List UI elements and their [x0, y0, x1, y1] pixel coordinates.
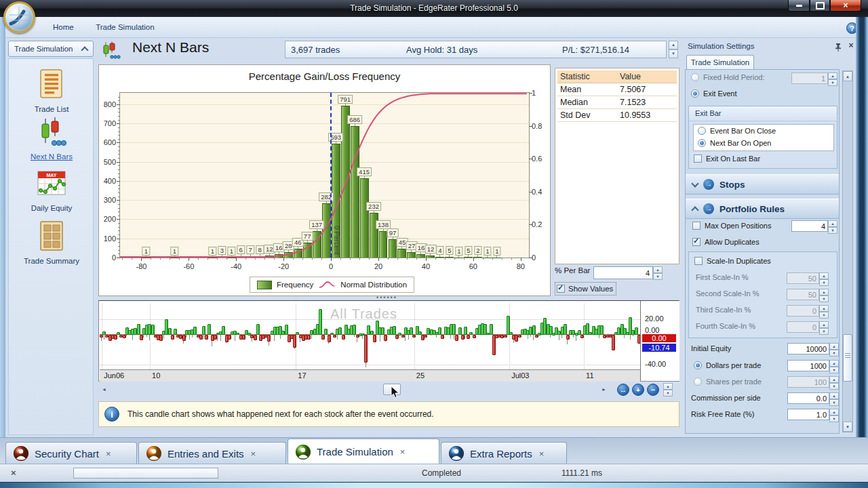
sidebar-item-trade-summary[interactable]: Trade Summary — [9, 220, 94, 265]
spin-up-icon[interactable]: ▲ — [828, 220, 837, 227]
first-scale-in-input[interactable]: 50 — [787, 272, 819, 284]
commission-input[interactable]: 0.0 — [787, 392, 829, 404]
shares-per-trade-option[interactable]: Shares per trade — [694, 378, 762, 386]
minimize-button[interactable] — [788, 0, 810, 12]
exit-event-radio[interactable] — [691, 89, 699, 98]
document-tab-entries-and-exits[interactable]: Entries and Exits× — [138, 442, 286, 464]
spin-down-icon[interactable]: ▼ — [819, 328, 829, 335]
fixed-hold-input[interactable]: 1 — [791, 73, 828, 84]
shares-per-trade-radio[interactable] — [694, 378, 702, 386]
axis-tick-label: -60 — [175, 262, 202, 270]
tab-close-icon[interactable]: × — [539, 449, 545, 459]
max-open-positions-option[interactable]: Max Open Positions — [692, 222, 771, 230]
next-bar-on-open-radio[interactable] — [698, 139, 706, 147]
show-values-control[interactable]: Show Values — [555, 282, 616, 296]
scale-in-duplicates-option[interactable]: Scale-In Duplicates — [694, 257, 771, 265]
allow-duplicates-option[interactable]: Allow Duplicates — [692, 238, 760, 246]
tab-close-icon[interactable]: × — [251, 449, 256, 459]
trade-bar-wick — [576, 334, 576, 341]
allow-duplicates-checkbox[interactable] — [692, 238, 701, 246]
sidebar-header[interactable]: Trade Simulation — [8, 41, 94, 57]
max-open-positions-input[interactable]: 4 — [791, 220, 828, 232]
event-bar-on-close-option[interactable]: Event Bar On Close — [698, 127, 776, 135]
exit-event-option[interactable]: Exit Event — [691, 89, 737, 98]
scale-in-duplicates-checkbox[interactable] — [694, 257, 703, 265]
scrollbar-thumb[interactable] — [843, 334, 852, 382]
sidebar-item-trade-list[interactable]: Trade List — [9, 68, 94, 113]
dollars-per-trade-input[interactable]: 1000 — [787, 360, 829, 371]
show-values-checkbox[interactable] — [557, 285, 565, 293]
spin-down-icon[interactable]: ▼ — [829, 383, 839, 390]
dollars-per-trade-option[interactable]: Dollars per trade — [694, 361, 761, 369]
close-button[interactable]: × — [830, 0, 861, 12]
scroll-down-icon[interactable]: ▼ — [843, 422, 852, 432]
max-open-positions-checkbox[interactable] — [692, 222, 701, 230]
spin-down-icon[interactable]: ▼ — [653, 273, 663, 280]
spin-up-icon[interactable]: ▲ — [669, 41, 678, 49]
spin-up-icon[interactable]: ▲ — [829, 376, 839, 383]
shares-per-trade-input[interactable]: 100 — [787, 376, 829, 388]
zoom-out-button[interactable]: − — [647, 384, 659, 396]
maximize-button[interactable] — [810, 0, 830, 12]
spin-down-icon[interactable]: ▼ — [828, 79, 837, 86]
spin-down-icon[interactable]: ▼ — [829, 399, 839, 406]
spin-up-icon[interactable]: ▲ — [663, 383, 673, 390]
scroll-right-icon[interactable]: ► — [599, 384, 608, 395]
spin-down-icon[interactable]: ▼ — [819, 296, 829, 302]
second-scale-in-input[interactable]: 50 — [787, 289, 819, 300]
spin-up-icon[interactable]: ▲ — [819, 305, 829, 312]
initial-equity-input[interactable]: 10000 — [787, 343, 829, 354]
per-bar-input[interactable]: 4 — [593, 266, 653, 279]
spin-down-icon[interactable]: ▼ — [829, 367, 839, 373]
next-bar-on-open-option[interactable]: Next Bar On Open — [698, 139, 772, 147]
fixed-hold-period-option[interactable]: Fixed Hold Period: — [691, 73, 765, 81]
axis-minor-tick — [118, 242, 120, 243]
spin-up-icon[interactable]: ▲ — [819, 272, 829, 279]
tab-label: Extra Reports — [470, 448, 532, 460]
exit-on-last-bar-option[interactable]: Exit On Last Bar — [694, 155, 760, 163]
settings-tab[interactable]: Trade Simulation — [686, 55, 754, 69]
ribbon-tab-trade-simulation[interactable]: Trade Simulation — [86, 17, 164, 37]
pan-arrows-button[interactable]: ↔ — [617, 384, 629, 396]
spin-down-icon[interactable]: ▼ — [663, 390, 673, 396]
spin-up-icon[interactable]: ▲ — [819, 321, 829, 328]
spin-up-icon[interactable]: ▲ — [829, 360, 839, 367]
ribbon-tab-home[interactable]: Home — [43, 17, 83, 37]
app-logo-orb-icon[interactable] — [3, 1, 35, 33]
spin-up-icon[interactable]: ▲ — [829, 392, 839, 399]
zoom-in-button[interactable]: + — [632, 384, 644, 396]
fourth-scale-in-input[interactable]: 0 — [787, 321, 819, 333]
spin-down-icon[interactable]: ▼ — [819, 312, 829, 319]
document-tab-trade-simulation[interactable]: Trade Simulation× — [288, 439, 439, 464]
section-header-stops[interactable]: → Stops — [686, 174, 839, 195]
event-bar-on-close-radio[interactable] — [698, 127, 706, 135]
risk-free-rate-input[interactable]: 1.0 — [787, 409, 829, 420]
spin-down-icon[interactable]: ▼ — [819, 279, 829, 286]
pin-icon[interactable] — [834, 42, 844, 52]
document-tab-security-chart[interactable]: Security Chart× — [5, 442, 137, 464]
sidebar-item-next-n-bars[interactable]: Next N Bars — [9, 116, 94, 161]
spin-up-icon[interactable]: ▲ — [828, 73, 837, 79]
spin-up-icon[interactable]: ▲ — [829, 343, 839, 350]
panel-close-icon[interactable]: × — [846, 41, 856, 50]
trade-bar — [412, 335, 416, 338]
spin-up-icon[interactable]: ▲ — [819, 289, 829, 296]
tab-close-icon[interactable]: × — [400, 447, 406, 457]
spin-up-icon[interactable]: ▲ — [829, 409, 839, 415]
scroll-up-icon[interactable]: ▲ — [843, 71, 852, 81]
spin-down-icon[interactable]: ▼ — [669, 49, 678, 58]
fixed-hold-radio[interactable] — [691, 73, 699, 81]
spin-up-icon[interactable]: ▲ — [653, 266, 663, 273]
sidebar-item-daily-equity[interactable]: MAY Daily Equity — [9, 169, 94, 212]
section-header-portfolio-rules[interactable]: → Portfolio Rules — [686, 199, 839, 219]
cancel-task-icon[interactable]: × — [11, 468, 16, 478]
third-scale-in-input[interactable]: 0 — [787, 305, 819, 317]
spin-down-icon[interactable]: ▼ — [829, 350, 839, 357]
scroll-left-icon[interactable]: ◄ — [100, 384, 108, 395]
exit-on-last-bar-checkbox[interactable] — [694, 155, 702, 163]
spin-down-icon[interactable]: ▼ — [828, 227, 837, 234]
dollars-per-trade-radio[interactable] — [694, 361, 702, 369]
document-tab-extra-reports[interactable]: Extra Reports× — [441, 442, 567, 464]
tab-close-icon[interactable]: × — [106, 449, 111, 459]
spin-down-icon[interactable]: ▼ — [829, 415, 839, 422]
